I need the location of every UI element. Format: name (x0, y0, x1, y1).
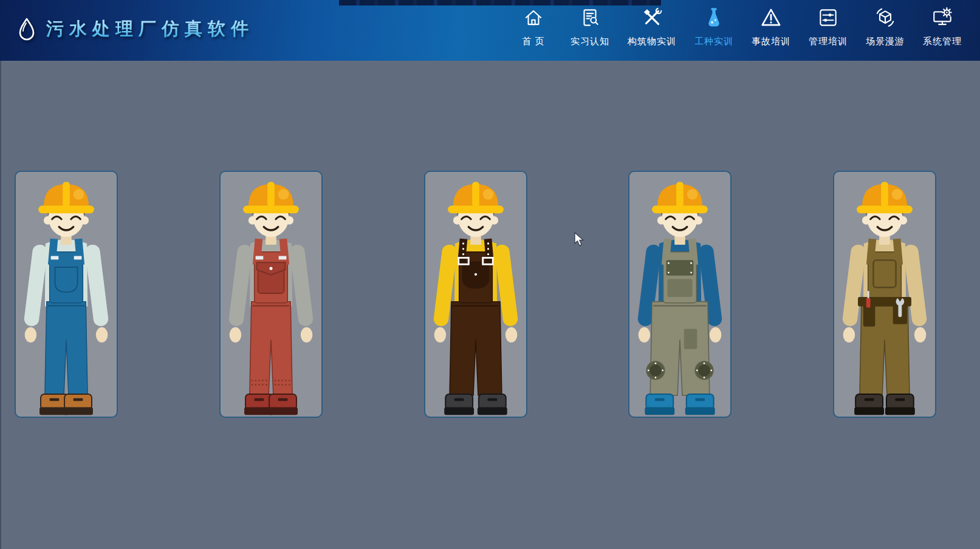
worker-figure-khaki (834, 172, 935, 417)
app-brand: 污水处理厂仿真软件 (16, 17, 254, 41)
clipped-window-strip (339, 0, 661, 5)
nav-item-scene-roaming[interactable]: 场景漫游 (866, 6, 905, 47)
nav-label: 系统管理 (923, 36, 962, 47)
nav-item-management-training[interactable]: 管理培训 (809, 6, 848, 47)
mouse-cursor (574, 232, 587, 248)
worker-card-2[interactable] (219, 171, 323, 418)
sliders-icon (817, 6, 840, 29)
worker-figure-blue (16, 172, 117, 417)
main-nav: 首 页 实习认知 (515, 6, 962, 47)
worker-figure-red (221, 172, 321, 417)
top-navigation-bar: 污水处理厂仿真软件 首 页 (0, 0, 980, 61)
nav-label: 首 页 (522, 36, 544, 47)
worker-card-4[interactable] (628, 171, 732, 418)
water-drop-icon (16, 17, 38, 41)
worker-card-5[interactable] (833, 171, 936, 418)
worker-card-3[interactable] (424, 171, 527, 418)
nav-label: 场景漫游 (866, 36, 905, 47)
nav-item-internship[interactable]: 实习认知 (571, 6, 609, 47)
app-title: 污水处理厂仿真软件 (46, 17, 254, 41)
nav-item-home[interactable]: 首 页 (515, 6, 552, 47)
home-icon (522, 6, 545, 29)
nav-item-accident-training[interactable]: 事故培训 (752, 6, 790, 47)
nav-label: 事故培训 (752, 36, 790, 47)
monitor-gear-icon (931, 6, 954, 29)
document-search-icon (578, 6, 601, 29)
crossed-tools-icon (640, 6, 663, 29)
nav-item-structures-training[interactable]: 构筑物实训 (628, 6, 676, 47)
worker-figure-olive (629, 172, 730, 417)
nav-item-system-management[interactable]: 系统管理 (923, 6, 962, 47)
worker-card-1[interactable] (15, 171, 118, 418)
flask-icon (702, 6, 725, 29)
nav-label: 构筑物实训 (628, 36, 676, 47)
warning-triangle-icon (759, 6, 783, 29)
worker-figure-brown (425, 172, 526, 417)
nav-label: 工种实训 (694, 36, 733, 47)
cube-3d-icon (874, 6, 897, 29)
screen-left-edge (0, 0, 1, 549)
nav-item-trades-training[interactable]: 工种实训 (694, 6, 733, 47)
nav-label: 实习认知 (571, 36, 609, 47)
nav-label: 管理培训 (809, 36, 848, 47)
